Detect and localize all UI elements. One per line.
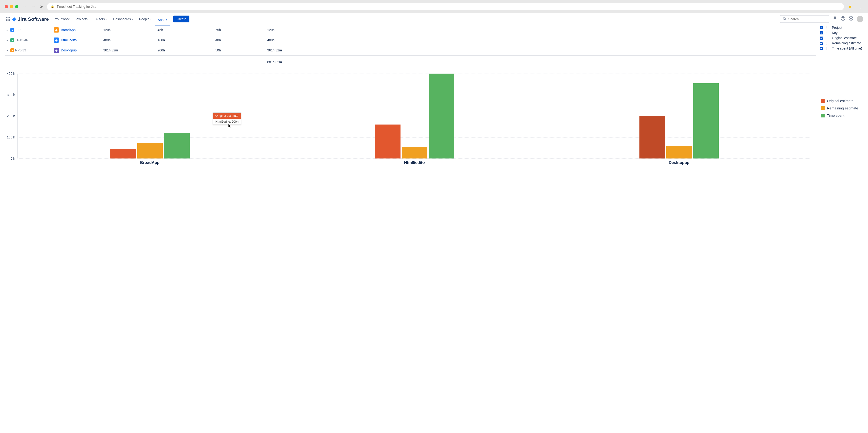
expand-icon[interactable]: ▸ (7, 39, 8, 42)
drag-handle-icon[interactable]: ⋮⋮ (825, 36, 830, 40)
legend-swatch (821, 114, 825, 118)
chevron-down-icon: ▾ (106, 18, 107, 20)
column-label: Remaining estimate (832, 41, 861, 45)
project-link[interactable]: Html5edito (61, 38, 76, 42)
column-toggle[interactable]: ⋮⋮Time spent (All time) (820, 46, 863, 51)
bar[interactable] (693, 83, 719, 159)
project-icon: ◆ (54, 48, 59, 53)
bar[interactable] (137, 143, 163, 159)
search-field[interactable] (780, 15, 829, 23)
browser-menu-icon[interactable]: ⋮ (859, 4, 863, 9)
issue-type-icon: ■ (10, 48, 14, 52)
svg-line-10 (785, 19, 786, 20)
chart-legend: Original estimate Remaining estimate Tim… (811, 73, 863, 168)
issue-type-icon: ■ (10, 38, 14, 42)
app-switcher-icon[interactable] (5, 16, 11, 22)
column-toggle[interactable]: ⋮⋮Key (820, 30, 863, 35)
bar-group (547, 73, 811, 158)
nav-filters[interactable]: Filters▾ (93, 15, 110, 23)
svg-rect-2 (9, 17, 10, 18)
legend-swatch (821, 106, 825, 110)
chevron-down-icon: ▾ (166, 19, 167, 21)
bar[interactable] (429, 73, 454, 158)
plot-area (18, 73, 811, 158)
nav-projects[interactable]: Projects▾ (73, 15, 93, 23)
legend-time-spent[interactable]: Time spent (821, 112, 863, 119)
expand-icon[interactable]: ▸ (7, 29, 8, 32)
y-tick-label: 300 h (7, 93, 15, 97)
column-checkbox[interactable] (820, 36, 823, 40)
bar[interactable] (640, 116, 665, 158)
project-link[interactable]: Desktopup (61, 48, 76, 52)
create-button[interactable]: Create (173, 16, 189, 22)
column-checkbox[interactable] (820, 42, 823, 45)
settings-icon[interactable] (849, 16, 854, 22)
user-avatar[interactable] (857, 16, 863, 22)
reload-button[interactable]: ⟳ (40, 4, 43, 9)
chevron-down-icon: ▾ (132, 18, 133, 20)
column-toggle[interactable]: ⋮⋮Remaining estimate (820, 40, 863, 46)
close-window-button[interactable] (5, 5, 8, 8)
totals-row: 881h 32m (5, 56, 816, 66)
remaining-estimate-cell: 200h (156, 45, 214, 55)
column-checkbox[interactable] (820, 31, 823, 34)
table-row[interactable]: ▸■NPJ-33◆Desktopup361h 32m200h50h361h 32… (5, 45, 816, 55)
drag-handle-icon[interactable]: ⋮⋮ (825, 41, 830, 45)
time-spent-cell-b: 361h 32m (266, 45, 816, 55)
chevron-down-icon: ▾ (150, 18, 151, 20)
bar[interactable] (402, 147, 427, 159)
project-icon: ◆ (54, 37, 59, 43)
svg-rect-1 (7, 17, 8, 18)
nav-apps[interactable]: Apps▾ (155, 15, 170, 26)
time-spent-cell-a: 40h (214, 35, 266, 45)
address-bar[interactable]: 🔒 Timesheet Tracking for Jira (47, 3, 844, 10)
minimize-window-button[interactable] (10, 5, 13, 8)
svg-rect-3 (6, 19, 7, 20)
legend-remaining-estimate[interactable]: Remaining estimate (821, 104, 863, 112)
bar-group (282, 73, 547, 158)
bar[interactable] (164, 133, 190, 158)
bar-group (18, 73, 282, 158)
table-row[interactable]: ▸■TT-1◆BroadApp120h45h75h120h (5, 25, 816, 35)
legend-original-estimate[interactable]: Original estimate (821, 97, 863, 104)
bookmark-star-icon[interactable]: ★ (848, 4, 852, 9)
search-input[interactable] (788, 17, 830, 21)
column-toggle[interactable]: ⋮⋮Original estimate (820, 35, 863, 40)
column-checkbox[interactable] (820, 26, 823, 29)
product-name: Jira Software (18, 16, 49, 22)
drag-handle-icon[interactable]: ⋮⋮ (825, 31, 830, 34)
svg-point-13 (850, 18, 852, 19)
original-estimate-cell: 400h (101, 35, 156, 45)
nav-your-work[interactable]: Your work (52, 15, 72, 23)
x-tick-label: BroadApp (18, 158, 282, 168)
page-title: Timesheet Tracking for Jira (57, 5, 96, 8)
column-toggle[interactable]: ⋮⋮Project (820, 25, 863, 30)
svg-rect-4 (7, 19, 8, 20)
bar[interactable] (111, 149, 136, 159)
project-link[interactable]: BroadApp (61, 28, 75, 32)
drag-handle-icon[interactable]: ⋮⋮ (825, 26, 830, 29)
forward-button[interactable]: → (31, 4, 35, 9)
svg-rect-8 (9, 20, 10, 21)
notifications-icon[interactable] (833, 16, 837, 22)
drag-handle-icon[interactable]: ⋮⋮ (825, 47, 830, 50)
maximize-window-button[interactable] (15, 5, 19, 8)
nav-dashboards[interactable]: Dashboards▾ (110, 15, 136, 23)
help-icon[interactable] (841, 16, 845, 22)
column-checkbox[interactable] (820, 47, 823, 50)
x-tick-label: Desktopup (547, 158, 811, 168)
issue-key: NPJ-33 (15, 48, 26, 52)
nav-people[interactable]: People▾ (136, 15, 154, 23)
y-tick-label: 200 h (7, 114, 15, 118)
y-tick-label: 0 h (10, 157, 15, 160)
table-row[interactable]: ▸■TFJC-46◆Html5edito400h160h40h400h (5, 35, 816, 45)
jira-logo[interactable]: ◆ Jira Software (12, 16, 49, 22)
bar[interactable] (666, 146, 692, 158)
bar[interactable] (375, 125, 401, 158)
project-icon: ◆ (54, 27, 59, 33)
grand-total: 881h 32m (266, 56, 816, 66)
y-tick-label: 400 h (7, 72, 15, 75)
expand-icon[interactable]: ▸ (7, 49, 8, 52)
search-icon (783, 17, 786, 21)
back-button[interactable]: ← (23, 4, 27, 9)
